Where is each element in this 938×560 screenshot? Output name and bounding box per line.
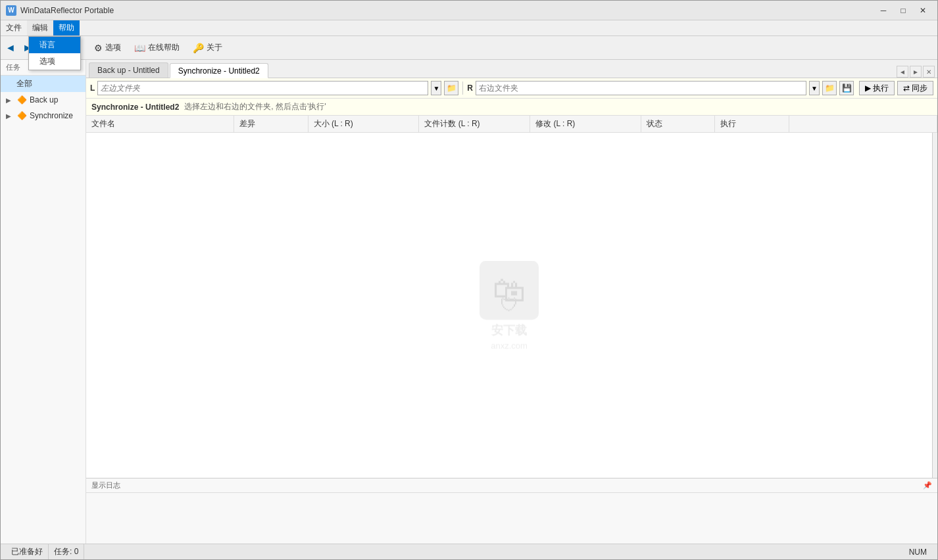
pin-icon[interactable]: 📌 bbox=[923, 481, 932, 490]
tab-close-button[interactable]: ✕ bbox=[923, 66, 935, 78]
log-header: 显示日志 📌 bbox=[86, 478, 937, 493]
file-path-bar: L ▼ 📁 R ▼ 📁 💾 ▶ 执行 bbox=[86, 78, 937, 99]
book-icon: 📖 bbox=[134, 43, 145, 53]
about-button[interactable]: 🔑 关于 bbox=[187, 40, 228, 55]
main-window: W WinDataReflector Portable ─ □ ✕ 文件 编辑 … bbox=[0, 0, 938, 560]
sidebar-item-all-label: 全部 bbox=[16, 78, 32, 89]
sidebar: 任务 全部 ▶ 🔶 Back up ▶ 🔶 Synchronize bbox=[1, 60, 86, 544]
status-num: NUM bbox=[904, 544, 932, 559]
tab-strip: Back up - Untitled Synchronize - Untitle… bbox=[86, 60, 937, 78]
left-path-input[interactable] bbox=[97, 81, 428, 95]
title-bar-text: WinDataReflector Portable bbox=[20, 6, 874, 15]
sidebar-item-sync-label: Synchronize bbox=[30, 111, 73, 120]
dropdown-item-options[interactable]: 选项 bbox=[29, 53, 80, 70]
log-header-label: 显示日志 bbox=[91, 480, 120, 490]
action-buttons: ▶ 执行 ⇄ 同步 bbox=[859, 81, 933, 95]
info-icon: 🔑 bbox=[193, 43, 204, 53]
execute-icon: ▶ bbox=[865, 83, 871, 93]
col-modified[interactable]: 修改 (L : R) bbox=[530, 116, 641, 132]
status-tasks: 任务: 0 bbox=[49, 544, 84, 559]
tab-area: Back up - Untitled Synchronize - Untitle… bbox=[86, 60, 937, 544]
sync-button[interactable]: ⇄ 同步 bbox=[897, 81, 933, 95]
sync-icon: 🔶 bbox=[16, 110, 27, 121]
watermark-text: 安下载 bbox=[491, 322, 527, 338]
left-folder-button[interactable]: 📁 bbox=[444, 81, 458, 95]
close-button[interactable]: ✕ bbox=[914, 4, 932, 17]
app-icon: W bbox=[6, 5, 16, 16]
tab-synchronize[interactable]: Synchronize - Untitled2 bbox=[170, 63, 268, 78]
right-folder-button[interactable]: 📁 bbox=[822, 81, 837, 95]
col-filename[interactable]: 文件名 bbox=[86, 116, 234, 132]
toolbar: ◄ ► 📋 附表 ⚙ 选项 📖 在线帮助 🔑 关于 bbox=[1, 36, 937, 60]
left-path-dropdown[interactable]: ▼ bbox=[431, 81, 441, 95]
save-button[interactable]: 💾 bbox=[839, 81, 854, 95]
watermark: 🛍 🛡 安下载 anxz.com bbox=[480, 260, 539, 350]
left-path-label: L bbox=[90, 83, 95, 93]
info-bar: Synchronize - Untitled2 选择左边和右边的文件夹, 然后点… bbox=[86, 99, 937, 116]
info-description: 选择左边和右边的文件夹, 然后点击'执行' bbox=[184, 101, 326, 112]
log-area: 显示日志 📌 bbox=[86, 478, 937, 544]
right-path-dropdown[interactable]: ▼ bbox=[809, 81, 820, 95]
menu-bar: 文件 编辑 帮助 语言 选项 bbox=[1, 20, 937, 36]
tab-backup[interactable]: Back up - Untitled bbox=[89, 62, 168, 78]
expand-arrow-icon: ▶ bbox=[6, 97, 14, 104]
right-resize-handle[interactable] bbox=[932, 133, 937, 478]
right-path-label: R bbox=[467, 83, 473, 93]
status-ready: 已准备好 bbox=[6, 544, 49, 559]
right-path-input[interactable] bbox=[476, 81, 806, 95]
table-header: 文件名 差异 大小 (L : R) 文件计数 (L : R) 修改 (L : R… bbox=[86, 116, 937, 133]
info-task-name: Synchronize - Untitled2 bbox=[91, 103, 179, 112]
help-dropdown-menu: 语言 选项 bbox=[28, 36, 81, 70]
options-button[interactable]: ⚙ 选项 bbox=[89, 40, 126, 55]
sidebar-item-all[interactable]: 全部 bbox=[1, 76, 86, 92]
log-content bbox=[86, 493, 937, 544]
status-bar: 已准备好 任务: 0 NUM bbox=[1, 544, 937, 559]
menu-help[interactable]: 帮助 bbox=[53, 20, 80, 35]
menu-file[interactable]: 文件 bbox=[1, 20, 27, 35]
panel-content: L ▼ 📁 R ▼ 📁 💾 ▶ 执行 bbox=[86, 78, 937, 544]
menu-edit[interactable]: 编辑 bbox=[27, 20, 53, 35]
watermark-url: anxz.com bbox=[491, 340, 528, 350]
sidebar-item-backup-label: Back up bbox=[30, 95, 58, 105]
table-area: 🛍 🛡 安下载 anxz.com bbox=[86, 133, 932, 478]
backup-icon: 🔶 bbox=[16, 95, 27, 105]
online-help-button[interactable]: 📖 在线帮助 bbox=[129, 40, 185, 55]
title-bar: W WinDataReflector Portable ─ □ ✕ bbox=[1, 1, 937, 20]
path-divider bbox=[462, 82, 463, 95]
col-execute[interactable]: 执行 bbox=[715, 116, 789, 132]
col-diff[interactable]: 差异 bbox=[234, 116, 309, 132]
gear-icon: ⚙ bbox=[94, 43, 103, 53]
nav-back-button[interactable]: ◄ bbox=[3, 41, 18, 55]
execute-button[interactable]: ▶ 执行 bbox=[859, 81, 895, 95]
tab-next-button[interactable]: ► bbox=[910, 66, 922, 78]
maximize-button[interactable]: □ bbox=[894, 4, 912, 17]
title-bar-buttons: ─ □ ✕ bbox=[874, 4, 932, 17]
minimize-button[interactable]: ─ bbox=[874, 4, 893, 17]
col-file-count[interactable]: 文件计数 (L : R) bbox=[419, 116, 530, 132]
tab-prev-button[interactable]: ◄ bbox=[897, 66, 908, 78]
sidebar-item-synchronize[interactable]: ▶ 🔶 Synchronize bbox=[1, 108, 86, 124]
dropdown-item-language[interactable]: 语言 bbox=[29, 37, 80, 53]
sidebar-item-backup[interactable]: ▶ 🔶 Back up bbox=[1, 92, 86, 108]
col-size[interactable]: 大小 (L : R) bbox=[309, 116, 420, 132]
col-status[interactable]: 状态 bbox=[641, 116, 716, 132]
sync-arrows-icon: ⇄ bbox=[903, 83, 910, 93]
tab-nav-buttons: ◄ ► ✕ bbox=[897, 66, 937, 78]
col-extra bbox=[789, 116, 937, 132]
sync-expand-icon: ▶ bbox=[6, 112, 14, 120]
main-content: 任务 全部 ▶ 🔶 Back up ▶ 🔶 Synchronize Back u… bbox=[1, 60, 937, 544]
